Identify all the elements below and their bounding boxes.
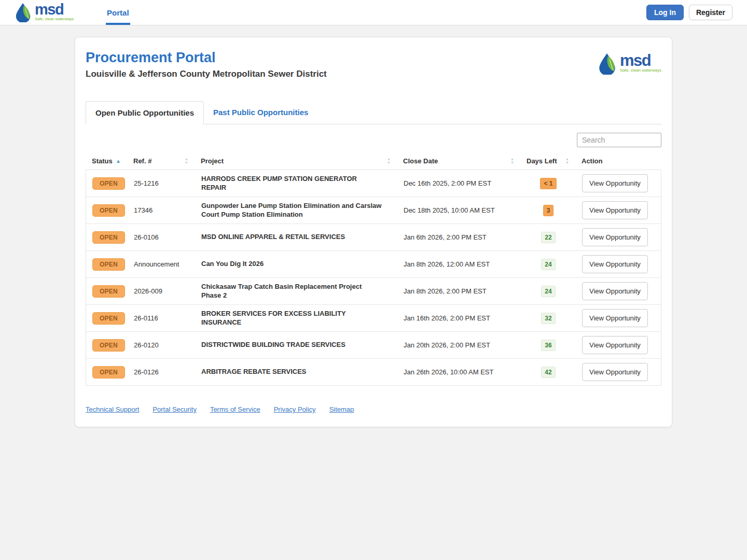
tab-open-public-opportunities[interactable]: Open Public Opportunities bbox=[86, 101, 204, 124]
status-cell: OPEN bbox=[86, 173, 128, 194]
action-cell: View Opportunity bbox=[576, 224, 661, 250]
ref-cell: 25-1216 bbox=[128, 175, 195, 191]
nav-portal-link[interactable]: Portal bbox=[106, 0, 130, 25]
search-input[interactable] bbox=[577, 133, 661, 147]
footer-link-terms-of-service[interactable]: Terms of Service bbox=[210, 405, 260, 413]
close-date-cell: Dec 16th 2025, 2:00 PM EST bbox=[397, 175, 521, 191]
sort-both-icon: ▲▼ bbox=[387, 158, 391, 164]
table-row: OPEN 2026-009 Chickasaw Trap Catch Basin… bbox=[86, 278, 661, 305]
view-opportunity-button[interactable]: View Opportunity bbox=[582, 228, 648, 246]
sort-both-icon: ▲▼ bbox=[185, 158, 188, 164]
log-in-button[interactable]: Log In bbox=[646, 5, 684, 20]
ref-cell: Announcement bbox=[128, 256, 195, 272]
ref-cell: 2026-009 bbox=[128, 283, 195, 299]
status-cell: OPEN bbox=[86, 362, 128, 383]
logo-text: msd Safe, clean waterways bbox=[620, 54, 661, 73]
table-row: OPEN 26-0106 MSD ONLINE APPAREL & RETAIL… bbox=[86, 224, 661, 251]
logo-tagline: Safe, clean waterways bbox=[620, 68, 661, 73]
tab-past-public-opportunities[interactable]: Past Public Opportunities bbox=[204, 101, 317, 124]
days-left-badge: 24 bbox=[541, 259, 555, 270]
page-title: Procurement Portal bbox=[86, 50, 327, 66]
status-cell: OPEN bbox=[86, 227, 128, 248]
days-left-badge: 36 bbox=[541, 340, 555, 351]
logo-wordmark: msd bbox=[35, 4, 74, 16]
status-badge: OPEN bbox=[92, 285, 125, 298]
msd-logo[interactable]: msd Safe, clean waterways bbox=[15, 3, 74, 22]
close-date-cell: Jan 16th 2026, 2:00 PM EST bbox=[397, 310, 521, 326]
sort-ascending-icon: ▲ bbox=[116, 159, 121, 164]
action-cell: View Opportunity bbox=[576, 251, 661, 277]
status-cell: OPEN bbox=[86, 281, 128, 302]
close-date-cell: Jan 6th 2026, 2:00 PM EST bbox=[397, 229, 521, 245]
sort-both-icon: ▲▼ bbox=[565, 158, 569, 164]
card-header: Procurement Portal Louisville & Jefferso… bbox=[86, 48, 661, 79]
card-footer: Technical Support Portal Security Terms … bbox=[86, 405, 661, 413]
tab-bar: Open Public Opportunities Past Public Op… bbox=[86, 101, 661, 124]
project-cell: HARRODS CREEK PUMP STATION GENERATOR REP… bbox=[195, 171, 397, 197]
logo-text: msd Safe, clean waterways bbox=[35, 4, 74, 21]
status-badge: OPEN bbox=[92, 339, 125, 352]
view-opportunity-button[interactable]: View Opportunity bbox=[582, 336, 648, 354]
days-left-cell: 24 bbox=[521, 282, 576, 301]
status-badge: OPEN bbox=[92, 366, 125, 379]
action-cell: View Opportunity bbox=[576, 305, 661, 331]
column-header-ref[interactable]: Ref. # ▲▼ bbox=[127, 152, 195, 170]
table-row: OPEN 17346 Gunpowder Lane Pump Station E… bbox=[86, 197, 661, 224]
card-msd-logo: msd Safe, clean waterways bbox=[598, 53, 661, 75]
table-row: OPEN 26-0120 DISTRICTWIDE BUILDING TRADE… bbox=[86, 332, 661, 359]
close-date-cell: Dec 18th 2025, 10:00 AM EST bbox=[397, 202, 521, 218]
view-opportunity-button[interactable]: View Opportunity bbox=[582, 255, 648, 273]
project-cell: BROKER SERVICES FOR EXCESS LIABILITY INS… bbox=[195, 305, 397, 331]
status-badge: OPEN bbox=[92, 204, 125, 217]
register-button[interactable]: Register bbox=[689, 5, 732, 20]
ref-cell: 26-0106 bbox=[128, 229, 195, 245]
close-date-cell: Jan 8th 2026, 12:00 AM EST bbox=[397, 256, 521, 272]
close-date-cell: Jan 8th 2026, 2:00 PM EST bbox=[397, 283, 521, 299]
days-left-badge: 3 bbox=[543, 205, 554, 216]
days-left-cell: 32 bbox=[521, 309, 576, 328]
view-opportunity-button[interactable]: View Opportunity bbox=[582, 282, 648, 300]
main-nav: Portal bbox=[106, 0, 130, 25]
footer-link-portal-security[interactable]: Portal Security bbox=[153, 405, 197, 413]
view-opportunity-button[interactable]: View Opportunity bbox=[582, 363, 648, 381]
days-left-cell: 22 bbox=[521, 228, 576, 247]
table-row: OPEN 26-0126 ARBITRAGE REBATE SERVICES J… bbox=[86, 359, 661, 385]
ref-cell: 26-0116 bbox=[128, 310, 195, 326]
days-left-badge: < 1 bbox=[540, 178, 556, 189]
footer-link-sitemap[interactable]: Sitemap bbox=[329, 405, 354, 413]
project-cell: MSD ONLINE APPAREL & RETAIL SERVICES bbox=[195, 229, 397, 246]
status-cell: OPEN bbox=[86, 335, 128, 356]
footer-link-privacy-policy[interactable]: Privacy Policy bbox=[274, 405, 316, 413]
project-cell: Chickasaw Trap Catch Basin Replacement P… bbox=[195, 278, 397, 304]
column-header-action: Action bbox=[575, 152, 661, 170]
column-header-days-left[interactable]: Days Left ▲▼ bbox=[520, 152, 575, 170]
view-opportunity-button[interactable]: View Opportunity bbox=[582, 201, 648, 219]
table-row: OPEN Announcement Can You Dig It 2026 Ja… bbox=[86, 251, 661, 278]
table-row: OPEN 25-1216 HARRODS CREEK PUMP STATION … bbox=[86, 170, 661, 197]
logo-tagline: Safe, clean waterways bbox=[35, 17, 74, 21]
title-block: Procurement Portal Louisville & Jefferso… bbox=[86, 48, 327, 79]
procurement-portal-card: Procurement Portal Louisville & Jefferso… bbox=[75, 37, 672, 427]
status-badge: OPEN bbox=[92, 231, 125, 244]
action-cell: View Opportunity bbox=[576, 278, 661, 304]
close-date-cell: Jan 26th 2026, 10:00 AM EST bbox=[397, 364, 521, 380]
project-cell: Gunpowder Lane Pump Station Elimination … bbox=[195, 198, 397, 223]
status-cell: OPEN bbox=[86, 200, 128, 221]
view-opportunity-button[interactable]: View Opportunity bbox=[582, 309, 648, 327]
column-header-project[interactable]: Project ▲▼ bbox=[195, 152, 397, 170]
table-row: OPEN 26-0116 BROKER SERVICES FOR EXCESS … bbox=[86, 305, 661, 332]
action-cell: View Opportunity bbox=[576, 359, 661, 385]
close-date-cell: Jan 20th 2026, 2:00 PM EST bbox=[397, 337, 521, 353]
days-left-cell: 24 bbox=[521, 255, 576, 274]
ref-cell: 17346 bbox=[128, 202, 195, 218]
ref-cell: 26-0126 bbox=[128, 364, 195, 380]
view-opportunity-button[interactable]: View Opportunity bbox=[582, 174, 648, 192]
search-row bbox=[86, 133, 661, 147]
table-header: Status ▲ Ref. # ▲▼ Project ▲▼ Close Date… bbox=[86, 152, 661, 170]
column-header-status[interactable]: Status ▲ bbox=[86, 152, 127, 170]
column-header-close-date[interactable]: Close Date ▲▼ bbox=[397, 152, 520, 170]
project-cell: Can You Dig It 2026 bbox=[195, 256, 397, 273]
footer-link-technical-support[interactable]: Technical Support bbox=[86, 405, 139, 413]
ref-cell: 26-0120 bbox=[128, 337, 195, 353]
project-cell: DISTRICTWIDE BUILDING TRADE SERVICES bbox=[195, 337, 397, 354]
